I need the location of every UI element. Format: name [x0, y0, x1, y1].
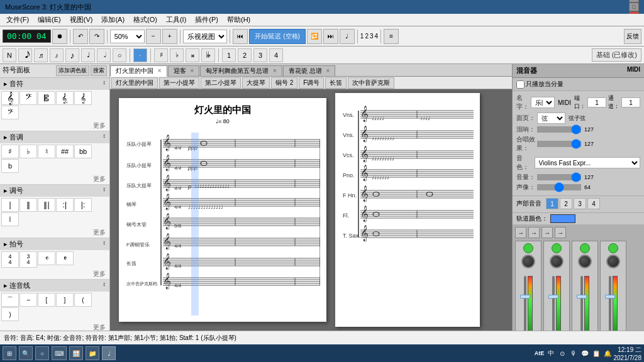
- mixer-button[interactable]: ≡: [384, 29, 399, 44]
- menu-help[interactable]: 帮助(H): [223, 14, 254, 26]
- voice-2[interactable]: 2: [238, 48, 252, 62]
- tab-close-2[interactable]: ×: [190, 67, 194, 74]
- zoom-select[interactable]: 50% 75% 100%: [110, 30, 145, 43]
- voice-4[interactable]: 4: [269, 48, 283, 62]
- artic-6[interactable]: ): [1, 307, 19, 321]
- taskbar-app-1[interactable]: ⌨: [52, 346, 67, 360]
- systray-notif[interactable]: 🔔: [602, 348, 613, 358]
- accidental-double-sharp[interactable]: 𝄪: [186, 48, 199, 62]
- voice-btn-2[interactable]: 2: [560, 198, 572, 209]
- volume-slider[interactable]: [537, 174, 581, 180]
- tab-score-3[interactable]: 匈牙利舞曲第五号总谱 ×: [200, 65, 282, 76]
- palette-artic-more[interactable]: 更多: [0, 322, 109, 331]
- note-quarter[interactable]: ♩: [81, 48, 95, 62]
- search-button[interactable]: 🔍: [19, 346, 33, 360]
- clef-6[interactable]: 𝄢: [1, 106, 19, 119]
- loop-button[interactable]: 🔁: [307, 29, 322, 44]
- menu-file[interactable]: 文件(F): [3, 14, 33, 26]
- palette-lines-more[interactable]: 更多: [0, 269, 109, 279]
- ch-mute-3[interactable]: [580, 243, 590, 253]
- palette-keysig-title[interactable]: ▸ 音调 ↕: [0, 131, 109, 143]
- track-color-swatch[interactable]: [550, 214, 575, 223]
- rewind-button[interactable]: ⏮: [233, 29, 248, 44]
- accidental-sharp[interactable]: ♯: [154, 48, 168, 62]
- channel-select[interactable]: 弦: [537, 112, 565, 124]
- feedback-button[interactable]: 反馈: [624, 29, 641, 44]
- key-4[interactable]: ##: [56, 145, 74, 158]
- pan-slider[interactable]: [537, 184, 581, 190]
- barline-4[interactable]: :|: [56, 198, 74, 212]
- playback-only-checkbox[interactable]: [516, 80, 525, 89]
- note-half[interactable]: 𝅗𝅥: [97, 48, 111, 62]
- clef-2[interactable]: 𝄢: [19, 91, 37, 105]
- artic-2[interactable]: ⌣: [19, 293, 37, 307]
- inst-tab-fhorn[interactable]: F调号: [299, 77, 324, 89]
- task-view-button[interactable]: ○: [35, 346, 49, 360]
- key-5[interactable]: bb: [74, 145, 92, 158]
- palette-lines-title[interactable]: ▸ 拍号 ↕: [0, 238, 109, 250]
- menu-format[interactable]: 格式(O): [130, 14, 161, 26]
- line-1[interactable]: 44: [1, 251, 19, 268]
- layout-select[interactable]: 乐视视图: [183, 30, 227, 43]
- tab-close-4[interactable]: ×: [326, 67, 330, 74]
- palette-barlines-title[interactable]: ▸ 调号 ↕: [0, 185, 109, 197]
- inst-tab-fl[interactable]: 长笛: [325, 77, 347, 89]
- systray-clipboard[interactable]: 📋: [591, 348, 601, 358]
- barline-5[interactable]: |:: [74, 198, 92, 212]
- menu-add[interactable]: 添加(A): [97, 14, 128, 26]
- port-input[interactable]: [587, 97, 606, 107]
- inst-tab-brass2[interactable]: 铜号 2: [271, 77, 297, 89]
- add-palettes-btn[interactable]: 添加调色板: [56, 65, 89, 76]
- ch-pan-knob-1[interactable]: [521, 255, 535, 268]
- tab-score-4[interactable]: 青花瓷 总谱 ×: [283, 65, 335, 76]
- channel-input[interactable]: [621, 97, 640, 107]
- maximize-button[interactable]: □: [629, 3, 639, 11]
- clef-3[interactable]: 𝄡: [38, 91, 55, 105]
- ch-fader-handle-1[interactable]: [520, 295, 530, 299]
- artic-1[interactable]: ⌒: [1, 293, 19, 307]
- redo-button[interactable]: ↷: [89, 29, 104, 44]
- inst-tab-full[interactable]: 灯火里的中国: [111, 77, 158, 89]
- line-2[interactable]: 34: [19, 251, 37, 268]
- artic-5[interactable]: (: [74, 293, 92, 307]
- forward-button[interactable]: ⏭: [323, 29, 338, 44]
- systray-ime[interactable]: 中: [546, 348, 556, 358]
- accidental-double-flat[interactable]: 𝄫: [201, 48, 215, 62]
- ch-mute-2[interactable]: [552, 243, 562, 253]
- ch-pan-knob-3[interactable]: [578, 255, 592, 268]
- search-palettes-btn[interactable]: 搜索: [91, 65, 107, 76]
- note-8th[interactable]: ♪: [65, 48, 79, 62]
- artic-3[interactable]: [: [38, 293, 55, 307]
- note-dot[interactable]: ·: [133, 48, 147, 62]
- voice-1[interactable]: 1: [222, 48, 236, 62]
- ch-fader-handle-4[interactable]: [605, 295, 615, 299]
- voice-btn-4[interactable]: 4: [587, 198, 600, 209]
- palette-clefs-more[interactable]: 更多: [0, 121, 109, 131]
- key-3[interactable]: ♮: [38, 145, 55, 158]
- barline-2[interactable]: ‖: [19, 198, 37, 212]
- tab-close-3[interactable]: ×: [273, 67, 277, 74]
- note-input-btn[interactable]: N: [3, 48, 16, 62]
- metronome-button[interactable]: ♩: [340, 29, 355, 44]
- ch-arrow-2[interactable]: →: [528, 227, 540, 238]
- ch-pan-knob-4[interactable]: [606, 255, 620, 268]
- systray-ate[interactable]: AtE: [535, 348, 545, 358]
- ch-arrow-3[interactable]: →: [541, 227, 553, 238]
- ch-fader-handle-2[interactable]: [548, 295, 558, 299]
- palette-keysig-more[interactable]: 更多: [0, 174, 109, 184]
- zoom-in-button[interactable]: +: [162, 29, 177, 44]
- ch-arrow-4[interactable]: →: [555, 227, 566, 238]
- menu-view[interactable]: 视图(V): [66, 14, 97, 26]
- palette-artic-title[interactable]: ▸ 连音线 ↕: [0, 280, 109, 292]
- note-16th[interactable]: ♪: [50, 48, 64, 62]
- zoom-out-button[interactable]: −: [146, 29, 161, 44]
- systray-msg[interactable]: 💬: [580, 348, 590, 358]
- record-button[interactable]: ⏺: [52, 29, 67, 44]
- menu-plugins[interactable]: 插件(P): [191, 14, 222, 26]
- note-whole[interactable]: ○: [113, 48, 126, 62]
- start-button[interactable]: ⊞: [3, 346, 16, 360]
- undo-button[interactable]: ↶: [73, 29, 88, 44]
- play-button[interactable]: 开始/延迟 (空格): [249, 29, 306, 44]
- palette-clefs-title[interactable]: ▸ 音符 ↕: [0, 78, 109, 90]
- taskbar-app-3[interactable]: 📁: [86, 346, 99, 360]
